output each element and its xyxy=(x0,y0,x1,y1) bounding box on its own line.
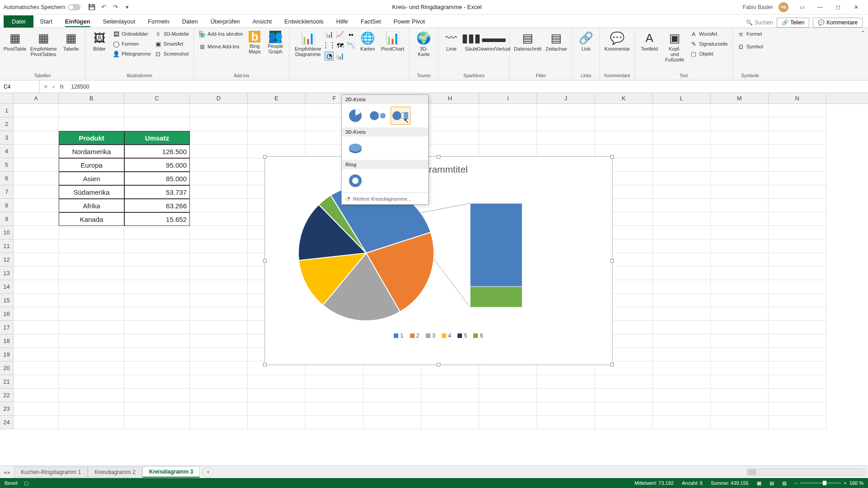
resize-handle[interactable] xyxy=(263,155,267,159)
cell[interactable] xyxy=(124,239,190,253)
view-pagebreak-icon[interactable]: ▥ xyxy=(782,480,787,486)
wordart-button[interactable]: AWordArt xyxy=(689,30,729,38)
sheet-tab[interactable]: Kreisdiagramm 2 xyxy=(88,467,142,478)
tab-file[interactable]: Datei xyxy=(4,15,33,28)
row-header[interactable]: 13 xyxy=(0,267,13,280)
cell[interactable] xyxy=(306,416,363,429)
save-icon[interactable]: 💾 xyxy=(88,3,96,11)
share-button[interactable]: 🔗 Teilen xyxy=(777,18,809,28)
cell[interactable] xyxy=(190,375,248,389)
cell[interactable] xyxy=(14,212,59,226)
cell[interactable] xyxy=(14,199,59,212)
cell[interactable] xyxy=(14,402,59,416)
cell[interactable] xyxy=(421,104,479,117)
cell[interactable] xyxy=(59,239,124,253)
view-normal-icon[interactable]: ▦ xyxy=(757,480,761,486)
cell[interactable] xyxy=(711,267,769,280)
cell[interactable] xyxy=(653,253,711,267)
cell[interactable] xyxy=(769,416,826,429)
cell[interactable] xyxy=(479,416,537,429)
col-header[interactable]: I xyxy=(479,93,537,103)
doughnut-option[interactable] xyxy=(345,172,365,190)
chart-object[interactable]: Diagrammtitel 123456 xyxy=(264,156,613,365)
cell[interactable] xyxy=(711,226,769,239)
row-header[interactable]: 24 xyxy=(0,416,13,429)
cell[interactable] xyxy=(124,294,190,307)
cell[interactable] xyxy=(14,131,59,145)
resize-handle[interactable] xyxy=(263,363,267,366)
sheet-tab[interactable]: Kuchen-Ringdiagramm 1 xyxy=(14,467,88,478)
cell[interactable] xyxy=(59,253,124,267)
cell[interactable] xyxy=(14,416,59,429)
cell[interactable] xyxy=(595,416,653,429)
cell[interactable] xyxy=(595,402,653,416)
cell[interactable] xyxy=(653,212,711,226)
cell[interactable] xyxy=(124,253,190,267)
table-button[interactable]: ▦ Tabelle xyxy=(61,30,81,52)
cell[interactable] xyxy=(711,375,769,389)
legend-item[interactable]: 6 xyxy=(473,332,483,339)
cell[interactable] xyxy=(59,361,124,375)
cell[interactable] xyxy=(653,361,711,375)
cell[interactable] xyxy=(124,361,190,375)
cell[interactable] xyxy=(248,117,306,131)
row-header[interactable]: 17 xyxy=(0,321,13,334)
cell[interactable] xyxy=(711,199,769,212)
cell[interactable] xyxy=(769,389,826,402)
pie-2d-option[interactable] xyxy=(345,107,365,125)
sheet-tab-active[interactable]: Kreisdiagramm 3 xyxy=(142,466,200,478)
row-header[interactable]: 14 xyxy=(0,280,13,294)
row-header[interactable]: 2 xyxy=(0,117,13,131)
cell[interactable]: Südamerika xyxy=(59,185,124,199)
chart-plot[interactable] xyxy=(294,178,583,328)
row-header[interactable]: 16 xyxy=(0,307,13,321)
cell[interactable] xyxy=(363,375,421,389)
cell[interactable] xyxy=(59,307,124,321)
cell[interactable] xyxy=(124,348,190,361)
cell[interactable] xyxy=(769,172,826,185)
row-header[interactable]: 1 xyxy=(0,104,13,117)
legend-item[interactable]: 4 xyxy=(442,332,451,339)
toggle-switch-icon[interactable] xyxy=(68,4,80,10)
cell[interactable] xyxy=(769,348,826,361)
sparkline-line-button[interactable]: 〰 Linie xyxy=(442,30,460,52)
qat-dropdown-icon[interactable]: ▾ xyxy=(123,3,131,11)
smartart-button[interactable]: ▣SmartArt xyxy=(154,40,190,48)
view-layout-icon[interactable]: ▤ xyxy=(769,480,774,486)
cell[interactable]: 53.737 xyxy=(124,185,190,199)
row-header[interactable]: 6 xyxy=(0,172,13,185)
resize-handle[interactable] xyxy=(610,155,614,159)
cell[interactable] xyxy=(59,334,124,348)
fx-icon[interactable]: fx xyxy=(60,84,64,90)
cell[interactable] xyxy=(14,253,59,267)
cell[interactable]: 63.266 xyxy=(124,199,190,212)
maximize-icon[interactable]: ◻ xyxy=(830,2,846,13)
statistic-chart-dropdown[interactable]: 📉 xyxy=(346,41,355,50)
cell[interactable] xyxy=(653,402,711,416)
pie-chart-dropdown[interactable]: ◔ xyxy=(325,52,334,61)
cell[interactable] xyxy=(190,172,248,185)
cell[interactable] xyxy=(653,158,711,172)
cell[interactable] xyxy=(537,131,595,145)
cell[interactable] xyxy=(124,280,190,294)
legend-item[interactable]: 2 xyxy=(410,332,420,339)
cell[interactable] xyxy=(537,416,595,429)
tab-factset[interactable]: FactSet xyxy=(354,15,387,28)
search-box[interactable]: 🔍 Suchen xyxy=(746,19,773,26)
cell[interactable] xyxy=(190,185,248,199)
cell[interactable] xyxy=(190,334,248,348)
cell[interactable]: 126.500 xyxy=(124,145,190,158)
cell[interactable] xyxy=(711,280,769,294)
row-header[interactable]: 23 xyxy=(0,402,13,416)
cell[interactable] xyxy=(14,104,59,117)
cell[interactable] xyxy=(769,145,826,158)
recommended-pivot-button[interactable]: ▦ Empfohlene PivotTables xyxy=(28,30,59,58)
cell[interactable] xyxy=(421,131,479,145)
cell[interactable]: 85.000 xyxy=(124,172,190,185)
cell[interactable] xyxy=(421,375,479,389)
cell[interactable] xyxy=(59,280,124,294)
comments-button[interactable]: 💬 Kommentare xyxy=(813,18,863,28)
tab-daten[interactable]: Daten xyxy=(176,15,204,28)
bing-maps-button[interactable]: b Bing Maps xyxy=(245,30,264,55)
slicer-button[interactable]: ▤ Datenschnitt xyxy=(513,30,542,52)
